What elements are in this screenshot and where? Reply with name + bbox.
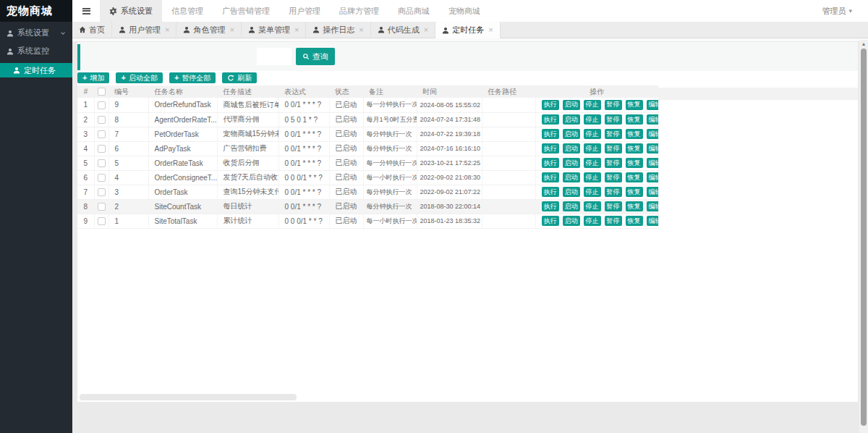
vertical-scrollbar-thumb[interactable] — [861, 49, 867, 426]
row-action-resume-button[interactable]: 恢复 — [626, 129, 643, 139]
row-action-stop-button[interactable]: 停止 — [584, 129, 601, 139]
row-checkbox[interactable] — [98, 188, 106, 196]
refresh-button[interactable]: 刷新 — [222, 72, 257, 83]
topnav-item-ad-marketing-mgmt[interactable]: 广告营销管理 — [213, 0, 279, 22]
tab-user-mgmt[interactable]: 用户管理× — [112, 22, 176, 38]
row-action-pause-button[interactable]: 暂停 — [605, 100, 622, 110]
row-action-start-button[interactable]: 启动 — [563, 216, 580, 226]
row-action-start-button[interactable]: 启动 — [563, 129, 580, 139]
row-action-execute-button[interactable]: 执行 — [542, 216, 559, 226]
row-action-execute-button[interactable]: 执行 — [542, 100, 559, 110]
topnav-item-info-mgmt[interactable]: 信息管理 — [162, 0, 213, 22]
topnav-item-brand-mgmt[interactable]: 品牌方管理 — [330, 0, 388, 22]
row-action-pause-button[interactable]: 暂停 — [605, 129, 622, 139]
row-action-edit-button[interactable]: 编辑 — [647, 100, 659, 110]
add-button[interactable]: +增加 — [77, 72, 109, 83]
row-action-resume-button[interactable]: 恢复 — [626, 158, 643, 168]
topnav-item-system-settings[interactable]: 系统设置 — [100, 0, 162, 22]
row-action-start-button[interactable]: 启动 — [563, 158, 580, 168]
row-action-edit-button[interactable]: 编辑 — [647, 201, 659, 211]
row-action-resume-button[interactable]: 恢复 — [626, 172, 643, 182]
row-action-execute-button[interactable]: 执行 — [542, 187, 559, 197]
row-action-edit-button[interactable]: 编辑 — [647, 114, 659, 125]
row-checkbox[interactable] — [98, 174, 106, 182]
menu-toggle-button[interactable] — [72, 8, 100, 14]
search-input[interactable] — [257, 48, 292, 65]
start-all-button[interactable]: +启动全部 — [116, 72, 162, 83]
row-action-start-button[interactable]: 启动 — [563, 143, 580, 154]
row-action-resume-button[interactable]: 恢复 — [626, 114, 643, 125]
close-icon[interactable]: × — [294, 26, 299, 34]
row-checkbox[interactable] — [98, 116, 106, 124]
row-action-start-button[interactable]: 启动 — [563, 187, 580, 197]
row-action-pause-button[interactable]: 暂停 — [605, 201, 622, 211]
sidebar-item-scheduled-tasks[interactable]: 定时任务 — [0, 63, 72, 77]
row-action-pause-button[interactable]: 暂停 — [605, 143, 622, 154]
table-row[interactable]: 55OrderRateTask收货后分佣0 0/1 * * * ?已启动每一分钟… — [77, 156, 658, 170]
row-action-stop-button[interactable]: 停止 — [584, 158, 601, 168]
row-checkbox[interactable] — [98, 145, 106, 153]
close-icon[interactable]: × — [165, 26, 169, 34]
row-action-pause-button[interactable]: 暂停 — [605, 216, 622, 226]
row-checkbox[interactable] — [98, 130, 106, 138]
row-checkbox[interactable] — [98, 101, 106, 109]
table-row[interactable]: 37PetOrderTask宠物商城15分钟未...0 0/1 * * * ?已… — [77, 127, 658, 141]
row-action-edit-button[interactable]: 编辑 — [647, 172, 659, 182]
row-action-resume-button[interactable]: 恢复 — [626, 143, 643, 154]
scroll-up-arrow-icon[interactable]: ▲ — [859, 41, 868, 47]
close-icon[interactable]: × — [488, 26, 493, 34]
sidebar-item-system-settings[interactable]: 系统设置 — [0, 26, 72, 40]
row-action-stop-button[interactable]: 停止 — [584, 114, 601, 125]
row-action-stop-button[interactable]: 停止 — [584, 201, 601, 211]
table-row[interactable]: 64OrderConsigneeT...发货7天后自动收货0 0 0/1 * *… — [77, 170, 658, 185]
row-action-resume-button[interactable]: 恢复 — [626, 187, 643, 197]
row-action-resume-button[interactable]: 恢复 — [626, 100, 643, 110]
table-row[interactable]: 82SiteCountTask每日统计0 0/1 * * * ?已启动每分钟执行… — [77, 199, 658, 214]
table-row[interactable]: 91SiteTotalTask累计统计0 0 0/1 * * ?已启动每一小时执… — [77, 214, 658, 228]
row-action-edit-button[interactable]: 编辑 — [647, 216, 659, 226]
pause-all-button[interactable]: +暂停全部 — [169, 72, 216, 83]
row-action-stop-button[interactable]: 停止 — [584, 187, 601, 197]
tab-menu-mgmt[interactable]: 菜单管理× — [242, 22, 306, 38]
tab-home[interactable]: 首页 — [72, 22, 112, 38]
row-action-execute-button[interactable]: 执行 — [542, 114, 559, 125]
row-action-stop-button[interactable]: 停止 — [584, 143, 601, 154]
close-icon[interactable]: × — [359, 26, 363, 34]
topnav-item-user-mgmt[interactable]: 用户管理 — [279, 0, 330, 22]
table-row[interactable]: 28AgentOrderRateT...代理商分佣0 5 0 1 * ?已启动每… — [77, 112, 658, 127]
table-row[interactable]: 19OrderRefundTask商城售后被拒订单...0 0/1 * * * … — [77, 98, 658, 112]
row-action-execute-button[interactable]: 执行 — [542, 158, 559, 168]
horizontal-scrollbar-thumb[interactable] — [80, 394, 297, 400]
table-row[interactable]: 46AdPayTask广告营销扣费0 0/1 * * * ?已启动每分钟执行一次… — [77, 141, 658, 156]
row-action-edit-button[interactable]: 编辑 — [647, 143, 659, 154]
tab-op-log[interactable]: 操作日志× — [306, 22, 370, 38]
row-action-execute-button[interactable]: 执行 — [542, 143, 559, 154]
tab-code-gen[interactable]: 代码生成× — [371, 22, 435, 38]
row-action-start-button[interactable]: 启动 — [563, 172, 580, 182]
table-row[interactable]: 73OrderTask查询15分钟未支付...0 0/1 * * * ?已启动每… — [77, 185, 658, 199]
row-checkbox[interactable] — [98, 217, 106, 225]
row-action-pause-button[interactable]: 暂停 — [605, 114, 622, 125]
row-action-execute-button[interactable]: 执行 — [542, 129, 559, 139]
row-action-stop-button[interactable]: 停止 — [584, 100, 601, 110]
row-checkbox[interactable] — [98, 159, 106, 167]
close-icon[interactable]: × — [424, 26, 428, 34]
row-action-execute-button[interactable]: 执行 — [542, 201, 559, 211]
row-action-resume-button[interactable]: 恢复 — [626, 216, 643, 226]
topnav-item-goods-mall[interactable]: 商品商城 — [388, 0, 439, 22]
tab-scheduled-tasks[interactable]: 定时任务× — [435, 22, 500, 38]
sidebar-item-system-monitor[interactable]: 系统监控 — [0, 44, 72, 58]
row-action-edit-button[interactable]: 编辑 — [647, 187, 659, 197]
row-checkbox[interactable] — [98, 203, 106, 211]
row-action-stop-button[interactable]: 停止 — [584, 172, 601, 182]
row-action-resume-button[interactable]: 恢复 — [626, 201, 643, 211]
select-all-checkbox[interactable] — [98, 88, 106, 96]
row-action-stop-button[interactable]: 停止 — [584, 216, 601, 226]
vertical-scrollbar[interactable]: ▲ — [859, 40, 868, 433]
row-action-edit-button[interactable]: 编辑 — [647, 129, 659, 139]
row-action-start-button[interactable]: 启动 — [563, 100, 580, 110]
close-icon[interactable]: × — [229, 26, 234, 34]
row-action-execute-button[interactable]: 执行 — [542, 172, 559, 182]
row-action-edit-button[interactable]: 编辑 — [647, 158, 659, 168]
tab-role-mgmt[interactable]: 角色管理× — [176, 22, 241, 38]
